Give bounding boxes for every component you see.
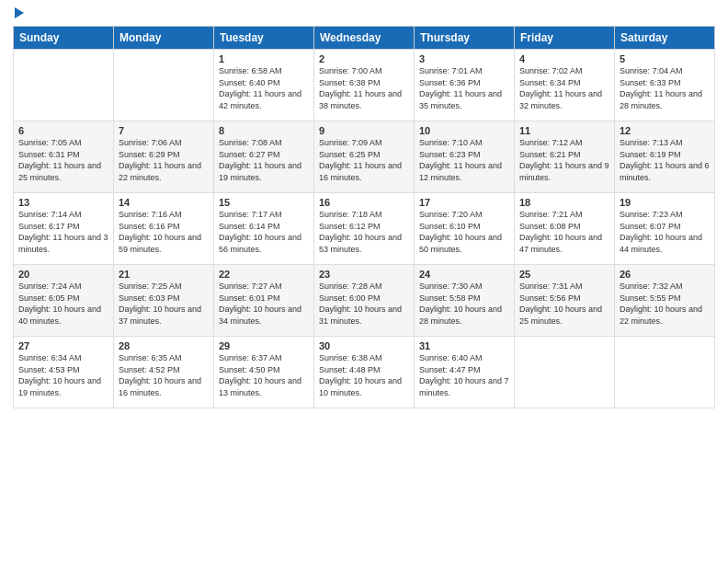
calendar-cell — [615, 337, 715, 408]
weekday-header-friday: Friday — [515, 27, 615, 50]
day-number: 14 — [119, 197, 209, 208]
day-info: Sunrise: 7:04 AMSunset: 6:33 PMDaylight:… — [620, 65, 710, 111]
calendar-cell — [114, 50, 214, 121]
calendar-cell: 5Sunrise: 7:04 AMSunset: 6:33 PMDaylight… — [615, 50, 715, 121]
calendar-cell: 10Sunrise: 7:10 AMSunset: 6:23 PMDayligh… — [415, 121, 515, 193]
calendar-cell: 23Sunrise: 7:28 AMSunset: 6:00 PMDayligh… — [314, 265, 415, 337]
day-info: Sunrise: 7:20 AMSunset: 6:10 PMDaylight:… — [419, 209, 509, 255]
calendar-cell: 20Sunrise: 7:24 AMSunset: 6:05 PMDayligh… — [14, 265, 114, 337]
day-number: 7 — [119, 125, 209, 136]
day-number: 12 — [620, 125, 710, 136]
day-info: Sunrise: 7:17 AMSunset: 6:14 PMDaylight:… — [219, 209, 309, 255]
calendar-cell: 25Sunrise: 7:31 AMSunset: 5:56 PMDayligh… — [515, 265, 615, 337]
calendar-cell — [515, 337, 615, 408]
weekday-header-thursday: Thursday — [415, 27, 515, 50]
calendar-cell: 28Sunrise: 6:35 AMSunset: 4:52 PMDayligh… — [114, 337, 214, 408]
calendar-cell: 11Sunrise: 7:12 AMSunset: 6:21 PMDayligh… — [515, 121, 615, 193]
calendar-cell: 8Sunrise: 7:08 AMSunset: 6:27 PMDaylight… — [214, 121, 314, 193]
day-number: 19 — [620, 197, 710, 208]
logo-arrow-icon — [15, 7, 24, 18]
day-info: Sunrise: 6:58 AMSunset: 6:40 PMDaylight:… — [219, 65, 309, 111]
day-number: 25 — [519, 269, 609, 280]
day-number: 30 — [319, 340, 409, 351]
day-info: Sunrise: 7:28 AMSunset: 6:00 PMDaylight:… — [319, 281, 409, 327]
day-info: Sunrise: 7:02 AMSunset: 6:34 PMDaylight:… — [519, 65, 609, 111]
day-info: Sunrise: 7:09 AMSunset: 6:25 PMDaylight:… — [319, 137, 409, 183]
calendar-cell: 6Sunrise: 7:05 AMSunset: 6:31 PMDaylight… — [14, 121, 114, 193]
day-info: Sunrise: 6:37 AMSunset: 4:50 PMDaylight:… — [219, 352, 309, 398]
weekday-header-row: SundayMondayTuesdayWednesdayThursdayFrid… — [14, 27, 715, 50]
day-number: 18 — [519, 197, 609, 208]
day-number: 20 — [18, 269, 108, 280]
day-info: Sunrise: 7:01 AMSunset: 6:36 PMDaylight:… — [419, 65, 509, 111]
calendar-cell: 18Sunrise: 7:21 AMSunset: 6:08 PMDayligh… — [515, 193, 615, 265]
day-info: Sunrise: 7:05 AMSunset: 6:31 PMDaylight:… — [18, 137, 108, 183]
day-number: 22 — [219, 269, 309, 280]
day-number: 28 — [119, 340, 209, 351]
day-number: 4 — [519, 53, 609, 64]
day-number: 21 — [119, 269, 209, 280]
day-info: Sunrise: 7:25 AMSunset: 6:03 PMDaylight:… — [119, 281, 209, 327]
day-info: Sunrise: 6:34 AMSunset: 4:53 PMDaylight:… — [18, 352, 108, 398]
calendar-week-4: 20Sunrise: 7:24 AMSunset: 6:05 PMDayligh… — [14, 265, 715, 337]
day-info: Sunrise: 7:32 AMSunset: 5:55 PMDaylight:… — [620, 281, 710, 327]
calendar-cell: 2Sunrise: 7:00 AMSunset: 6:38 PMDaylight… — [314, 50, 415, 121]
calendar-table: SundayMondayTuesdayWednesdayThursdayFrid… — [13, 26, 715, 408]
day-number: 23 — [319, 269, 409, 280]
day-info: Sunrise: 7:30 AMSunset: 5:58 PMDaylight:… — [419, 281, 509, 327]
day-number: 3 — [419, 53, 509, 64]
logo — [13, 9, 24, 18]
calendar-week-5: 27Sunrise: 6:34 AMSunset: 4:53 PMDayligh… — [14, 337, 715, 408]
calendar-cell: 22Sunrise: 7:27 AMSunset: 6:01 PMDayligh… — [214, 265, 314, 337]
day-number: 9 — [319, 125, 409, 136]
calendar-cell: 26Sunrise: 7:32 AMSunset: 5:55 PMDayligh… — [615, 265, 715, 337]
day-number: 17 — [419, 197, 509, 208]
day-number: 15 — [219, 197, 309, 208]
calendar-cell: 7Sunrise: 7:06 AMSunset: 6:29 PMDaylight… — [114, 121, 214, 193]
weekday-header-sunday: Sunday — [14, 27, 114, 50]
calendar-cell: 17Sunrise: 7:20 AMSunset: 6:10 PMDayligh… — [415, 193, 515, 265]
day-info: Sunrise: 7:12 AMSunset: 6:21 PMDaylight:… — [519, 137, 609, 183]
calendar-cell: 27Sunrise: 6:34 AMSunset: 4:53 PMDayligh… — [14, 337, 114, 408]
day-info: Sunrise: 7:27 AMSunset: 6:01 PMDaylight:… — [219, 281, 309, 327]
day-info: Sunrise: 7:21 AMSunset: 6:08 PMDaylight:… — [519, 209, 609, 255]
day-info: Sunrise: 6:38 AMSunset: 4:48 PMDaylight:… — [319, 352, 409, 398]
day-number: 1 — [219, 53, 309, 64]
day-number: 29 — [219, 340, 309, 351]
day-number: 26 — [620, 269, 710, 280]
calendar-cell: 29Sunrise: 6:37 AMSunset: 4:50 PMDayligh… — [214, 337, 314, 408]
calendar-cell: 15Sunrise: 7:17 AMSunset: 6:14 PMDayligh… — [214, 193, 314, 265]
calendar-cell: 21Sunrise: 7:25 AMSunset: 6:03 PMDayligh… — [114, 265, 214, 337]
day-number: 13 — [18, 197, 108, 208]
day-number: 27 — [18, 340, 108, 351]
day-info: Sunrise: 7:23 AMSunset: 6:07 PMDaylight:… — [620, 209, 710, 255]
day-number: 24 — [419, 269, 509, 280]
calendar-cell: 30Sunrise: 6:38 AMSunset: 4:48 PMDayligh… — [314, 337, 415, 408]
day-info: Sunrise: 7:14 AMSunset: 6:17 PMDaylight:… — [18, 209, 108, 255]
day-number: 6 — [18, 125, 108, 136]
day-number: 5 — [620, 53, 710, 64]
day-info: Sunrise: 7:00 AMSunset: 6:38 PMDaylight:… — [319, 65, 409, 111]
day-number: 8 — [219, 125, 309, 136]
day-info: Sunrise: 7:10 AMSunset: 6:23 PMDaylight:… — [419, 137, 509, 183]
calendar-cell: 19Sunrise: 7:23 AMSunset: 6:07 PMDayligh… — [615, 193, 715, 265]
weekday-header-saturday: Saturday — [615, 27, 715, 50]
calendar-week-2: 6Sunrise: 7:05 AMSunset: 6:31 PMDaylight… — [14, 121, 715, 193]
day-info: Sunrise: 7:08 AMSunset: 6:27 PMDaylight:… — [219, 137, 309, 183]
day-info: Sunrise: 6:35 AMSunset: 4:52 PMDaylight:… — [119, 352, 209, 398]
day-info: Sunrise: 7:06 AMSunset: 6:29 PMDaylight:… — [119, 137, 209, 183]
calendar-cell: 24Sunrise: 7:30 AMSunset: 5:58 PMDayligh… — [415, 265, 515, 337]
weekday-header-monday: Monday — [114, 27, 214, 50]
day-info: Sunrise: 7:18 AMSunset: 6:12 PMDaylight:… — [319, 209, 409, 255]
weekday-header-wednesday: Wednesday — [314, 27, 415, 50]
day-number: 31 — [419, 340, 509, 351]
day-number: 11 — [519, 125, 609, 136]
calendar-cell — [14, 50, 114, 121]
calendar-cell: 12Sunrise: 7:13 AMSunset: 6:19 PMDayligh… — [615, 121, 715, 193]
calendar-cell: 3Sunrise: 7:01 AMSunset: 6:36 PMDaylight… — [415, 50, 515, 121]
calendar-cell: 4Sunrise: 7:02 AMSunset: 6:34 PMDaylight… — [515, 50, 615, 121]
day-info: Sunrise: 6:40 AMSunset: 4:47 PMDaylight:… — [419, 352, 509, 398]
calendar-container: SundayMondayTuesdayWednesdayThursdayFrid… — [0, 0, 728, 563]
weekday-header-tuesday: Tuesday — [214, 27, 314, 50]
day-info: Sunrise: 7:13 AMSunset: 6:19 PMDaylight:… — [620, 137, 710, 183]
